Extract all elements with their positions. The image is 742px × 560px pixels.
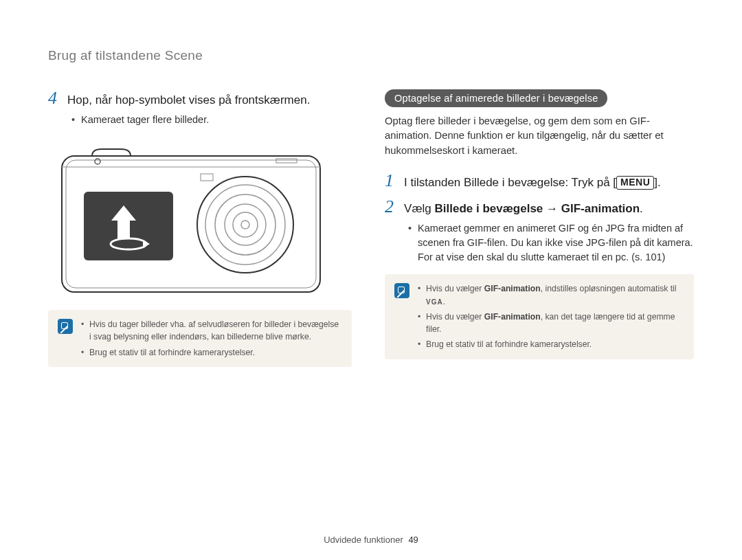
step-2-text: Vælg Billede i bevægelse → GIF-animation… [404,201,643,217]
menu-badge: MENU [616,176,654,189]
note-left-2: Brug et stativ til at forhindre kamerary… [81,346,341,359]
svg-point-11 [233,212,258,237]
topic-pill: Optagelse af animerede billeder i bevæge… [385,89,607,107]
nr1-pre: Hvis du vælger [426,284,484,293]
svg-rect-4 [276,159,297,163]
right-column: Optagelse af animerede billeder i bevæge… [385,89,694,367]
note-right-3: Brug et stativ til at forhindre kamerary… [418,338,683,350]
step-2-sublist: Kameraet gemmer en animeret GIF og én JP… [408,221,694,265]
step-4-text: Hop, når hop-symbolet vises på frontskær… [67,93,310,109]
step-number-4: 4 [48,89,60,107]
intro-text: Optag flere billeder i bevægelse, og gem… [385,114,694,158]
note-box-left: Hvis du tager billeder vha. af selvudløs… [48,310,352,367]
note-left-1: Hvis du tager billeder vha. af selvudløs… [81,318,341,344]
step-1-text: I tilstanden Billede i bevægelse: Tryk p… [404,175,661,191]
section-title: Brug af tilstandene Scene [48,48,694,63]
svg-point-3 [95,159,100,164]
step-2-bold: Billede i bevægelse → GIF-animation [435,202,640,215]
step-number-1: 1 [385,172,397,190]
svg-rect-13 [201,174,213,181]
page-footer: Udvidede funktioner 49 [0,535,742,545]
note-icon [394,283,409,298]
step-4: 4 Hop, når hop-symbolet vises på frontsk… [48,89,352,109]
nr1-post: . [443,297,445,306]
step-2-subitem: Kameraet gemmer en animeret GIF og én JP… [408,221,694,265]
nr2-bold: GIF-animation [484,312,541,322]
step-1-pre: I tilstanden Billede i bevægelse: Tryk p… [404,176,616,189]
vga-badge: VGA [426,297,443,307]
nr1-mid: , indstilles opløsningen automatisk til [541,284,677,293]
note-list-right: Hvis du vælger GIF-animation, indstilles… [418,282,683,350]
svg-point-9 [215,194,276,255]
svg-point-10 [225,204,266,245]
note-right-1: Hvis du vælger GIF-animation, indstilles… [418,282,683,308]
nr1-bold: GIF-animation [484,284,541,293]
step-1: 1 I tilstanden Billede i bevægelse: Tryk… [385,172,694,191]
svg-point-7 [197,177,293,273]
content-columns: 4 Hop, når hop-symbolet vises på frontsk… [48,89,694,367]
footer-label: Udvidede funktioner [324,535,403,545]
left-column: 4 Hop, når hop-symbolet vises på frontsk… [48,89,352,367]
svg-point-8 [205,185,285,265]
nr2-pre: Hvis du vælger [426,312,484,322]
note-box-right: Hvis du vælger GIF-animation, indstilles… [385,274,694,359]
step-4-sublist: Kameraet tager flere billeder. [71,113,352,127]
step-4-subitem: Kameraet tager flere billeder. [71,113,352,127]
step-1-post: ]. [654,176,660,189]
camera-illustration [56,144,326,298]
svg-point-12 [241,221,249,229]
step-number-2: 2 [385,198,397,216]
step-2-pre: Vælg [404,202,434,215]
step-2-post: . [640,202,643,215]
step-2: 2 Vælg Billede i bevægelse → GIF-animati… [385,198,694,217]
note-right-2: Hvis du vælger GIF-animation, kan det ta… [418,311,683,336]
note-icon [58,319,73,334]
note-list-left: Hvis du tager billeder vha. af selvudløs… [81,318,341,359]
footer-page-number: 49 [408,535,418,545]
